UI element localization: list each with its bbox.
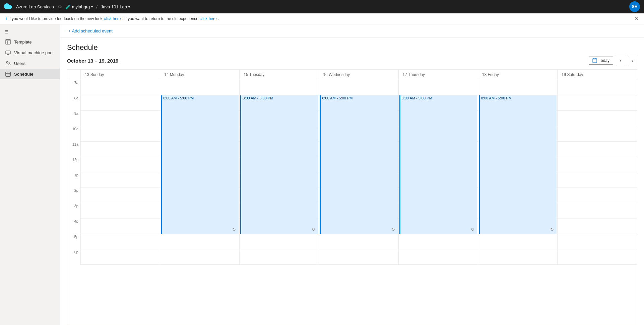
time-label-1: 8a (67, 95, 80, 111)
next-week-button[interactable]: › (628, 56, 637, 65)
time-label-7: 2p (67, 188, 80, 203)
chevron-down-icon2: ▾ (128, 5, 130, 9)
today-button[interactable]: Today (589, 57, 613, 65)
event-block-day3[interactable]: 8:00 AM - 5:00 PM↻ (320, 95, 397, 234)
sidebar-item-vm-pool[interactable]: Virtual machine pool (0, 47, 60, 58)
recurrence-icon: ↻ (391, 227, 395, 232)
event-block-day5[interactable]: 8:00 AM - 5:00 PM↻ (479, 95, 557, 234)
event-label-day2: 8:00 AM - 5:00 PM (243, 96, 317, 100)
svg-point-2 (7, 62, 8, 63)
col-header-thursday: 17 Thursday (399, 70, 478, 80)
cell-d1-s10 (160, 234, 239, 249)
app-layout: Template Virtual machine pool Users (0, 24, 644, 325)
sidebar-item-schedule[interactable]: Schedule (0, 69, 60, 79)
day-column-4: 8:00 AM - 5:00 PM↻ (399, 80, 478, 265)
main-content: + Add scheduled event Schedule October 1… (60, 24, 644, 325)
time-label-4: 11a (67, 142, 80, 157)
calendar-body: 7a8a9a10a11a12p1p2p3p4p5p6p8:00 AM - 5:0… (67, 80, 637, 325)
time-label-8: 3p (67, 203, 80, 219)
thursday-header: 17 Thursday (403, 72, 425, 77)
close-icon[interactable]: ✕ (635, 16, 639, 21)
add-event-label: + Add scheduled event (68, 28, 113, 33)
cell-d5-s0 (478, 80, 557, 95)
day-column-0 (81, 80, 160, 265)
chevron-left-icon: ‹ (620, 58, 621, 63)
add-event-button[interactable]: + Add scheduled event (66, 27, 115, 35)
today-label: Today (599, 58, 609, 63)
cell-d6-s10 (558, 234, 637, 249)
feedback-text-middle: . If you want to return to the old exper… (122, 16, 198, 21)
cell-d0-s8 (81, 203, 160, 219)
cell-d6-s3 (558, 126, 637, 142)
wednesday-header: 16 Wednesday (323, 72, 350, 77)
calendar-header: 13 Sunday 14 Monday 15 Tuesday 16 Wednes… (67, 70, 637, 80)
col-header-friday: 18 Friday (478, 70, 558, 80)
mylab-label: mylabgrg (72, 4, 90, 9)
cell-d2-s10 (240, 234, 319, 249)
event-block-day4[interactable]: 8:00 AM - 5:00 PM↻ (399, 95, 477, 234)
vm-icon (5, 50, 11, 55)
day-column-1: 8:00 AM - 5:00 PM↻ (160, 80, 240, 265)
cell-d6-s0 (558, 80, 637, 95)
sidebar-item-users[interactable]: Users (0, 58, 60, 69)
cell-d4-s11 (399, 249, 478, 265)
col-header-monday: 14 Monday (160, 70, 240, 80)
mylab-icon: 🧪 (65, 4, 71, 9)
cell-d3-s11 (319, 249, 398, 265)
day-column-2: 8:00 AM - 5:00 PM↻ (240, 80, 319, 265)
time-label-10: 5p (67, 234, 80, 249)
recurrence-icon: ↻ (471, 227, 474, 232)
azure-cloud-icon (4, 3, 13, 10)
time-label-5: 12p (67, 157, 80, 172)
feedback-bar: ℹ If you would like to provide feedback … (0, 13, 644, 24)
sidebar-collapse-button[interactable] (0, 27, 60, 36)
cell-d6-s8 (558, 203, 637, 219)
cell-d6-s5 (558, 157, 637, 172)
feedback-link1[interactable]: click here (104, 16, 121, 21)
sidebar-item-template[interactable]: Template (0, 36, 60, 47)
toolbar: + Add scheduled event (60, 24, 644, 38)
saturday-header: 19 Saturday (562, 72, 583, 77)
sidebar: Template Virtual machine pool Users (0, 24, 60, 325)
svg-rect-0 (6, 39, 10, 44)
day-column-3: 8:00 AM - 5:00 PM↻ (319, 80, 398, 265)
cell-d5-s10 (478, 234, 557, 249)
event-label-day4: 8:00 AM - 5:00 PM (402, 96, 476, 100)
event-label-day5: 8:00 AM - 5:00 PM (481, 96, 555, 100)
cell-d5-s11 (478, 249, 557, 265)
breadcrumb-mylab[interactable]: 🧪 mylabgrg ▾ (64, 4, 94, 10)
nav-controls: Today ‹ › (589, 56, 637, 65)
calendar-container: 13 Sunday 14 Monday 15 Tuesday 16 Wednes… (67, 69, 637, 325)
cell-d3-s0 (319, 80, 398, 95)
cell-d0-s11 (81, 249, 160, 265)
time-labels-column: 7a8a9a10a11a12p1p2p3p4p5p6p (67, 80, 81, 265)
cell-d6-s4 (558, 142, 637, 157)
cell-d6-s1 (558, 95, 637, 111)
time-label-0: 7a (67, 80, 80, 95)
time-label-11: 6p (67, 249, 80, 265)
event-block-day1[interactable]: 8:00 AM - 5:00 PM↻ (161, 95, 239, 234)
monday-header: 14 Monday (164, 72, 184, 77)
feedback-text-before: If you would like to provide feedback on… (8, 16, 103, 21)
cell-d3-s10 (319, 234, 398, 249)
prev-week-button[interactable]: ‹ (616, 56, 625, 65)
cell-d0-s7 (81, 188, 160, 203)
feedback-link2[interactable]: click here (200, 16, 217, 21)
avatar[interactable]: SH (629, 1, 640, 12)
event-block-day2[interactable]: 8:00 AM - 5:00 PM↻ (240, 95, 318, 234)
col-header-sunday: 13 Sunday (81, 70, 160, 80)
cell-d0-s6 (81, 172, 160, 188)
time-label-3: 10a (67, 126, 80, 142)
breadcrumb-sep: / (96, 4, 98, 9)
schedule-title: Schedule (67, 43, 637, 52)
schedule-nav: October 13 – 19, 2019 Today ‹ (67, 56, 637, 65)
users-label: Users (14, 61, 25, 66)
cell-d6-s6 (558, 172, 637, 188)
col-header-saturday: 19 Saturday (558, 70, 637, 80)
event-label-day1: 8:00 AM - 5:00 PM (163, 96, 237, 100)
svg-rect-3 (6, 72, 10, 76)
col-header-tuesday: 15 Tuesday (240, 70, 319, 80)
cell-d0-s9 (81, 219, 160, 234)
vm-pool-label: Virtual machine pool (14, 50, 54, 55)
breadcrumb-lab[interactable]: Java 101 Lab ▾ (100, 4, 131, 10)
